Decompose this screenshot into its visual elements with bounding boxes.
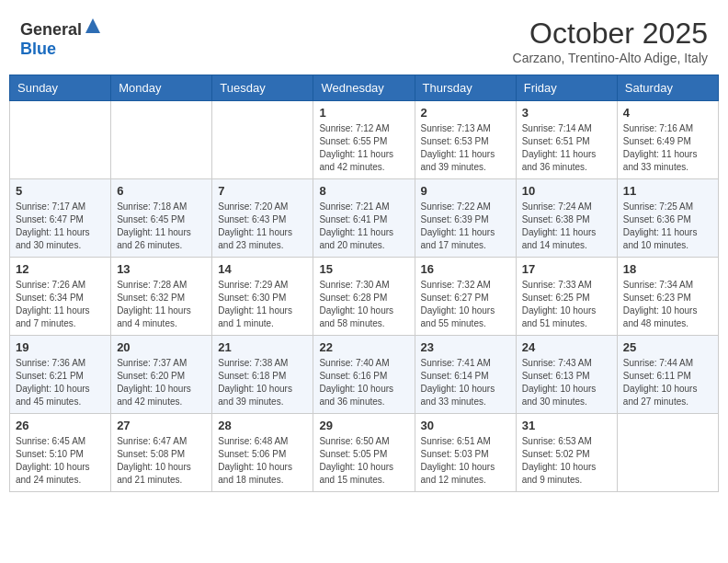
calendar-cell: 21Sunrise: 7:38 AM Sunset: 6:18 PM Dayli… (212, 336, 313, 414)
cell-content: Sunrise: 7:29 AM Sunset: 6:30 PM Dayligh… (218, 279, 307, 330)
column-header-tuesday: Tuesday (212, 75, 313, 101)
calendar-cell: 11Sunrise: 7:25 AM Sunset: 6:36 PM Dayli… (617, 179, 718, 258)
week-row-5: 26Sunrise: 6:45 AM Sunset: 5:10 PM Dayli… (10, 414, 719, 492)
calendar-cell: 5Sunrise: 7:17 AM Sunset: 6:47 PM Daylig… (10, 179, 111, 258)
calendar-cell: 12Sunrise: 7:26 AM Sunset: 6:34 PM Dayli… (10, 258, 111, 336)
calendar-cell: 13Sunrise: 7:28 AM Sunset: 6:32 PM Dayli… (111, 258, 212, 336)
calendar-cell: 24Sunrise: 7:43 AM Sunset: 6:13 PM Dayli… (516, 336, 617, 414)
calendar-cell: 26Sunrise: 6:45 AM Sunset: 5:10 PM Dayli… (10, 414, 111, 492)
calendar-cell: 3Sunrise: 7:14 AM Sunset: 6:51 PM Daylig… (516, 101, 617, 179)
cell-content: Sunrise: 7:16 AM Sunset: 6:49 PM Dayligh… (623, 122, 712, 174)
cell-content: Sunrise: 7:38 AM Sunset: 6:18 PM Dayligh… (218, 357, 307, 408)
day-number: 5 (16, 184, 105, 198)
cell-content: Sunrise: 7:36 AM Sunset: 6:21 PM Dayligh… (16, 357, 105, 408)
cell-content: Sunrise: 7:14 AM Sunset: 6:51 PM Dayligh… (522, 122, 611, 174)
calendar-cell: 28Sunrise: 6:48 AM Sunset: 5:06 PM Dayli… (212, 414, 313, 492)
day-number: 16 (421, 262, 510, 276)
calendar-cell: 1Sunrise: 7:12 AM Sunset: 6:55 PM Daylig… (313, 101, 415, 179)
day-number: 9 (421, 184, 510, 198)
month-title: October 2025 (513, 17, 708, 51)
day-number: 21 (218, 340, 307, 354)
calendar-cell: 25Sunrise: 7:44 AM Sunset: 6:11 PM Dayli… (617, 336, 718, 414)
calendar-cell: 4Sunrise: 7:16 AM Sunset: 6:49 PM Daylig… (617, 101, 718, 179)
logo-icon (84, 17, 102, 35)
calendar-cell (111, 101, 212, 179)
cell-content: Sunrise: 7:37 AM Sunset: 6:20 PM Dayligh… (117, 357, 206, 408)
cell-content: Sunrise: 7:40 AM Sunset: 6:16 PM Dayligh… (319, 357, 408, 408)
day-number: 11 (623, 184, 712, 198)
logo-general: General (20, 20, 82, 39)
logo: General Blue (20, 17, 102, 59)
cell-content: Sunrise: 7:25 AM Sunset: 6:36 PM Dayligh… (623, 201, 712, 252)
logo-blue: Blue (20, 40, 56, 58)
calendar-cell: 14Sunrise: 7:29 AM Sunset: 6:30 PM Dayli… (212, 258, 313, 336)
day-number: 28 (218, 419, 307, 432)
cell-content: Sunrise: 6:50 AM Sunset: 5:05 PM Dayligh… (319, 435, 408, 487)
day-number: 26 (16, 419, 105, 432)
cell-content: Sunrise: 7:28 AM Sunset: 6:32 PM Dayligh… (117, 279, 206, 330)
week-row-4: 19Sunrise: 7:36 AM Sunset: 6:21 PM Dayli… (10, 336, 719, 414)
day-number: 23 (421, 340, 510, 354)
svg-marker-0 (85, 18, 100, 33)
day-number: 18 (623, 262, 712, 276)
cell-content: Sunrise: 7:18 AM Sunset: 6:45 PM Dayligh… (117, 201, 206, 252)
calendar-cell: 18Sunrise: 7:34 AM Sunset: 6:23 PM Dayli… (617, 258, 718, 336)
day-number: 14 (218, 262, 307, 276)
calendar-cell (212, 101, 313, 179)
day-number: 15 (319, 262, 408, 276)
calendar-cell: 2Sunrise: 7:13 AM Sunset: 6:53 PM Daylig… (415, 101, 516, 179)
cell-content: Sunrise: 7:34 AM Sunset: 6:23 PM Dayligh… (623, 279, 712, 330)
calendar-table: SundayMondayTuesdayWednesdayThursdayFrid… (9, 75, 719, 492)
day-number: 30 (421, 419, 510, 432)
calendar-cell: 22Sunrise: 7:40 AM Sunset: 6:16 PM Dayli… (313, 336, 415, 414)
cell-content: Sunrise: 7:22 AM Sunset: 6:39 PM Dayligh… (421, 201, 510, 252)
calendar-cell: 9Sunrise: 7:22 AM Sunset: 6:39 PM Daylig… (415, 179, 516, 258)
calendar-cell: 27Sunrise: 6:47 AM Sunset: 5:08 PM Dayli… (111, 414, 212, 492)
calendar-cell: 8Sunrise: 7:21 AM Sunset: 6:41 PM Daylig… (313, 179, 415, 258)
calendar-cell: 23Sunrise: 7:41 AM Sunset: 6:14 PM Dayli… (415, 336, 516, 414)
cell-content: Sunrise: 7:20 AM Sunset: 6:43 PM Dayligh… (218, 201, 307, 252)
day-number: 27 (117, 419, 206, 432)
calendar-cell (617, 414, 718, 492)
day-number: 1 (319, 106, 408, 120)
day-number: 20 (117, 340, 206, 354)
week-row-1: 1Sunrise: 7:12 AM Sunset: 6:55 PM Daylig… (10, 101, 719, 179)
day-number: 24 (522, 340, 611, 354)
calendar-header-row: SundayMondayTuesdayWednesdayThursdayFrid… (10, 75, 719, 101)
calendar-cell: 29Sunrise: 6:50 AM Sunset: 5:05 PM Dayli… (313, 414, 415, 492)
calendar-cell: 7Sunrise: 7:20 AM Sunset: 6:43 PM Daylig… (212, 179, 313, 258)
cell-content: Sunrise: 6:53 AM Sunset: 5:02 PM Dayligh… (522, 435, 611, 487)
column-header-saturday: Saturday (617, 75, 718, 101)
cell-content: Sunrise: 6:45 AM Sunset: 5:10 PM Dayligh… (16, 435, 105, 487)
day-number: 12 (16, 262, 105, 276)
day-number: 19 (16, 340, 105, 354)
calendar-cell: 15Sunrise: 7:30 AM Sunset: 6:28 PM Dayli… (313, 258, 415, 336)
calendar-cell: 19Sunrise: 7:36 AM Sunset: 6:21 PM Dayli… (10, 336, 111, 414)
day-number: 7 (218, 184, 307, 198)
day-number: 4 (623, 106, 712, 120)
column-header-wednesday: Wednesday (313, 75, 415, 101)
cell-content: Sunrise: 7:43 AM Sunset: 6:13 PM Dayligh… (522, 357, 611, 408)
day-number: 29 (319, 419, 408, 432)
location-title: Carzano, Trentino-Alto Adige, Italy (513, 51, 708, 65)
calendar-cell: 30Sunrise: 6:51 AM Sunset: 5:03 PM Dayli… (415, 414, 516, 492)
calendar-cell: 10Sunrise: 7:24 AM Sunset: 6:38 PM Dayli… (516, 179, 617, 258)
cell-content: Sunrise: 7:13 AM Sunset: 6:53 PM Dayligh… (421, 122, 510, 174)
cell-content: Sunrise: 7:32 AM Sunset: 6:27 PM Dayligh… (421, 279, 510, 330)
cell-content: Sunrise: 7:41 AM Sunset: 6:14 PM Dayligh… (421, 357, 510, 408)
cell-content: Sunrise: 7:30 AM Sunset: 6:28 PM Dayligh… (319, 279, 408, 330)
day-number: 2 (421, 106, 510, 120)
column-header-friday: Friday (516, 75, 617, 101)
day-number: 13 (117, 262, 206, 276)
column-header-monday: Monday (111, 75, 212, 101)
title-area: October 2025 Carzano, Trentino-Alto Adig… (513, 17, 708, 65)
cell-content: Sunrise: 6:51 AM Sunset: 5:03 PM Dayligh… (421, 435, 510, 487)
day-number: 10 (522, 184, 611, 198)
day-number: 25 (623, 340, 712, 354)
calendar-cell: 16Sunrise: 7:32 AM Sunset: 6:27 PM Dayli… (415, 258, 516, 336)
cell-content: Sunrise: 7:24 AM Sunset: 6:38 PM Dayligh… (522, 201, 611, 252)
cell-content: Sunrise: 7:12 AM Sunset: 6:55 PM Dayligh… (319, 122, 408, 174)
calendar-cell (10, 101, 111, 179)
day-number: 6 (117, 184, 206, 198)
week-row-3: 12Sunrise: 7:26 AM Sunset: 6:34 PM Dayli… (10, 258, 719, 336)
